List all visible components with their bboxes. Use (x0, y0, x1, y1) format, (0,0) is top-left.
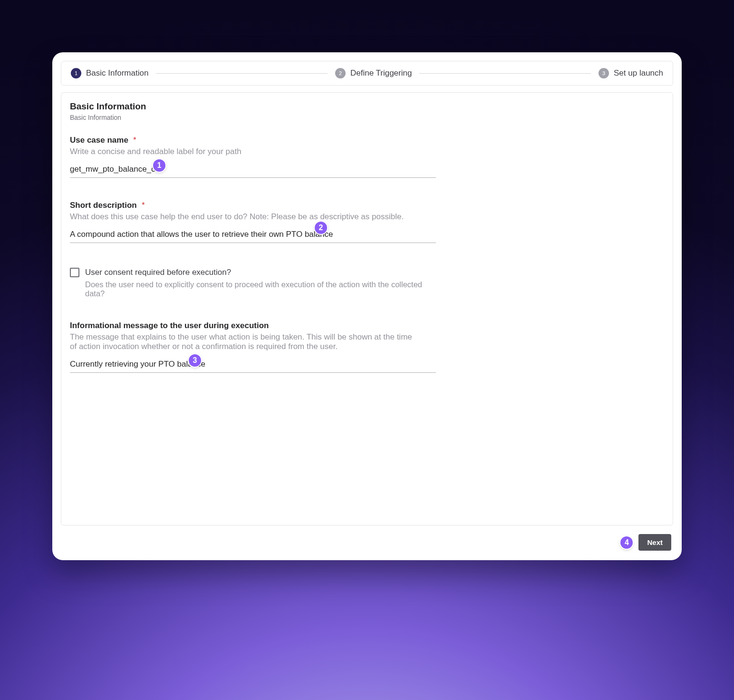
form-footer: 4 Next (61, 528, 673, 552)
stepper-divider (156, 73, 328, 74)
field-hint: What does this use case help the end use… (70, 212, 436, 222)
use-case-name-input[interactable] (70, 161, 436, 178)
field-label: Short description (70, 201, 137, 210)
field-label: Use case name (70, 136, 128, 145)
step-number-1-icon: 1 (71, 68, 81, 78)
step-label: Define Triggering (350, 68, 412, 78)
step-number-2-icon: 2 (335, 68, 346, 78)
step-label: Basic Information (86, 68, 148, 78)
stepper-divider (419, 73, 591, 74)
field-hint: The message that explains to the user wh… (70, 332, 417, 351)
annotation-badge-1-icon: 1 (153, 159, 165, 172)
field-user-consent: User consent required before execution? … (70, 268, 436, 298)
checkbox-hint: Does the user need to explicitly consent… (85, 280, 436, 298)
annotation-badge-2-icon: 2 (315, 222, 327, 234)
stepper: 1 Basic Information 2 Define Triggering … (61, 61, 673, 86)
step-number-3-icon: 3 (599, 68, 609, 78)
next-button[interactable]: Next (638, 534, 671, 551)
short-description-input[interactable] (70, 226, 436, 243)
informational-message-input[interactable] (70, 356, 436, 373)
step-basic-information[interactable]: 1 Basic Information (71, 68, 148, 78)
checkbox-label: User consent required before execution? (85, 268, 231, 277)
field-hint: Write a concise and readable label for y… (70, 147, 436, 156)
section-subtitle: Basic Information (70, 114, 664, 121)
step-set-up-launch[interactable]: 3 Set up launch (599, 68, 663, 78)
annotation-badge-4-icon: 4 (620, 536, 633, 549)
user-consent-checkbox[interactable] (70, 268, 79, 277)
annotation-badge-3-icon: 3 (189, 354, 201, 367)
field-short-description: Short description * What does this use c… (70, 201, 436, 243)
step-label: Set up launch (614, 68, 663, 78)
required-marker-icon: * (133, 136, 136, 144)
field-use-case-name: Use case name * Write a concise and read… (70, 136, 436, 178)
form-card: 1 Basic Information 2 Define Triggering … (52, 52, 682, 560)
section-title: Basic Information (70, 101, 664, 112)
field-informational-message: Informational message to the user during… (70, 321, 436, 373)
step-define-triggering[interactable]: 2 Define Triggering (335, 68, 412, 78)
field-label: Informational message to the user during… (70, 321, 269, 330)
required-marker-icon: * (142, 201, 145, 209)
form-content: Basic Information Basic Information Use … (61, 92, 673, 525)
